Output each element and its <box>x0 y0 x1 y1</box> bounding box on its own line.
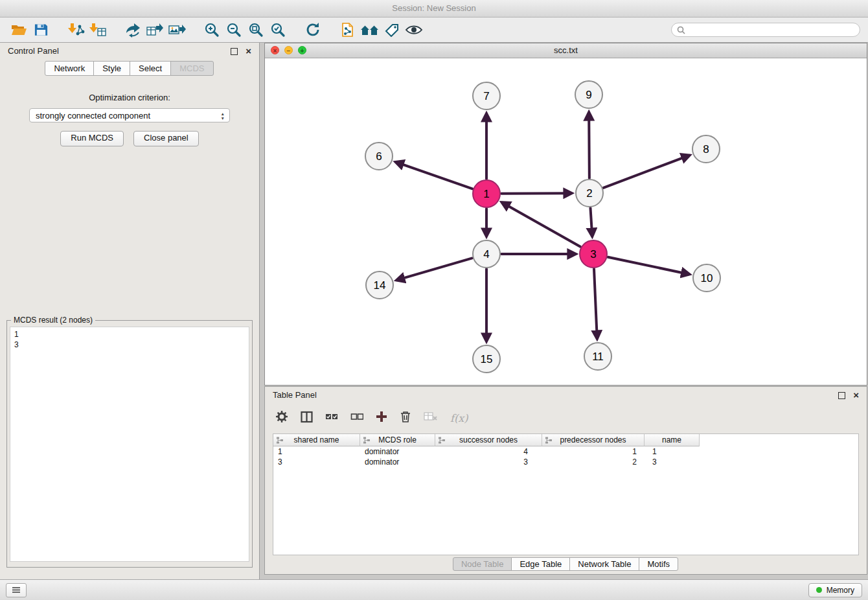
graph-edge-3-10[interactable] <box>608 257 689 274</box>
toolbar-separator <box>188 30 201 30</box>
zoom-selected-button[interactable] <box>267 19 289 40</box>
close-panel-icon[interactable]: × <box>853 391 859 400</box>
column-header-name[interactable]: name <box>645 434 700 446</box>
graph-edge-2-3[interactable] <box>590 208 592 236</box>
open-file-button[interactable] <box>8 19 30 40</box>
delete-column-button[interactable] <box>400 410 411 426</box>
copy-network-style-button[interactable] <box>337 19 359 40</box>
search-input[interactable] <box>689 25 854 36</box>
table-panel-header: Table Panel × <box>265 387 867 404</box>
table-settings-button[interactable] <box>275 410 288 426</box>
memory-label: Memory <box>827 586 854 595</box>
memory-status-icon <box>816 587 822 593</box>
tab-motifs[interactable]: Motifs <box>639 557 678 571</box>
control-panel-header: Control Panel × <box>0 43 259 60</box>
delete-table-button[interactable] <box>424 411 438 425</box>
mcds-result-item: 3 <box>10 340 249 350</box>
window-titlebar: Session: New Session <box>0 0 868 17</box>
table-header-row: shared name MCDS role successor nodes <box>273 434 858 446</box>
save-icon <box>34 23 49 37</box>
run-mcds-button[interactable]: Run MCDS <box>60 131 124 146</box>
toolbar-search-box[interactable] <box>671 23 860 37</box>
tab-mcds[interactable]: MCDS <box>170 61 213 76</box>
optimization-criterion-select[interactable]: strongly connected component ▲▼ <box>29 108 230 122</box>
network-window-titlebar: × − + scc.txt <box>265 43 867 58</box>
import-network-icon <box>67 22 85 38</box>
graph-edge-2-9[interactable] <box>589 113 589 178</box>
application-window: Session: New Session <box>0 0 868 600</box>
tab-network-table[interactable]: Network Table <box>569 557 639 571</box>
zoom-out-button[interactable] <box>223 19 245 40</box>
table-cell: 1 <box>542 446 645 457</box>
table-panel-tabs: Node Table Edge Table Network Table Moti… <box>265 557 867 571</box>
graph-edge-1-6[interactable] <box>396 162 472 189</box>
create-column-button[interactable] <box>376 411 387 425</box>
import-table-icon <box>89 22 107 38</box>
export-table-icon <box>146 22 164 38</box>
export-image-button[interactable] <box>166 19 188 40</box>
optimization-criterion-label: Optimization criterion: <box>0 93 259 102</box>
graph-edge-4-14[interactable] <box>397 258 472 280</box>
tab-node-table[interactable]: Node Table <box>453 557 512 571</box>
column-header-mcds-role[interactable]: MCDS role <box>360 434 435 446</box>
table-row[interactable]: 1dominator411 <box>273 446 858 457</box>
mcds-result-list[interactable]: 1 3 <box>10 327 249 562</box>
graph-edge-3-11[interactable] <box>594 269 597 338</box>
tab-edge-table[interactable]: Edge Table <box>511 557 570 571</box>
import-table-button[interactable] <box>87 19 109 40</box>
graph-edge-2-8[interactable] <box>604 156 689 188</box>
graph-node-label: 8 <box>703 143 709 156</box>
refresh-layout-button[interactable] <box>302 19 324 40</box>
graph-edge-1-2[interactable] <box>501 193 571 194</box>
maximize-window-icon[interactable]: + <box>298 46 306 54</box>
graph-node-label: 14 <box>374 279 386 292</box>
save-session-button[interactable] <box>30 19 52 40</box>
unchecked-boxes-icon <box>350 411 363 422</box>
table-cell: 3 <box>435 457 542 467</box>
status-bar: Memory <box>0 579 868 600</box>
float-panel-icon[interactable] <box>231 48 238 55</box>
export-table-button[interactable] <box>144 19 166 40</box>
mcds-result-title: MCDS result (2 nodes) <box>11 316 95 325</box>
network-canvas[interactable]: 7968124314101511 <box>265 58 867 386</box>
style-tag-icon <box>384 23 400 37</box>
zoom-in-icon <box>203 22 220 38</box>
zoom-in-button[interactable] <box>201 19 223 40</box>
graph-edge-3-1[interactable] <box>502 203 580 247</box>
table-cell: dominator <box>360 446 435 457</box>
function-builder-button[interactable]: f(x) <box>450 412 468 424</box>
tab-select[interactable]: Select <box>130 61 171 76</box>
search-icon <box>677 26 685 34</box>
zoom-fit-icon <box>247 22 264 38</box>
refresh-icon <box>305 22 321 38</box>
home-button[interactable] <box>359 19 381 40</box>
toolbar-separator <box>324 30 337 30</box>
column-header-successor-nodes[interactable]: successor nodes <box>435 434 542 446</box>
unselect-all-columns-button[interactable] <box>350 411 363 424</box>
close-window-icon[interactable]: × <box>271 46 279 54</box>
tab-style[interactable]: Style <box>93 61 130 76</box>
graph-node-label: 11 <box>592 351 604 363</box>
select-all-columns-button[interactable] <box>325 411 338 424</box>
apply-style-button[interactable] <box>381 19 403 40</box>
close-panel-icon[interactable]: × <box>246 47 251 56</box>
table-cell: 2 <box>542 457 645 467</box>
tab-network[interactable]: Network <box>45 61 94 76</box>
table-toolbar: f(x) <box>275 406 468 430</box>
table-row[interactable]: 3dominator323 <box>273 457 858 467</box>
close-panel-button[interactable]: Close panel <box>133 131 199 146</box>
home-icon <box>360 23 380 37</box>
zoom-fit-button[interactable] <box>245 19 267 40</box>
float-panel-icon[interactable] <box>838 392 845 399</box>
task-history-button[interactable] <box>6 583 27 597</box>
toolbar-separator <box>52 30 65 30</box>
show-graphics-details-button[interactable] <box>403 19 425 40</box>
export-network-button[interactable] <box>122 19 144 40</box>
minimize-window-icon[interactable]: − <box>284 46 293 54</box>
import-network-button[interactable] <box>65 19 87 40</box>
show-columns-button[interactable] <box>301 411 313 426</box>
table-cell: 3 <box>273 457 360 467</box>
memory-button[interactable]: Memory <box>808 583 862 597</box>
column-header-shared-name[interactable]: shared name <box>273 434 360 446</box>
column-header-predecessor-nodes[interactable]: predecessor nodes <box>542 434 645 446</box>
